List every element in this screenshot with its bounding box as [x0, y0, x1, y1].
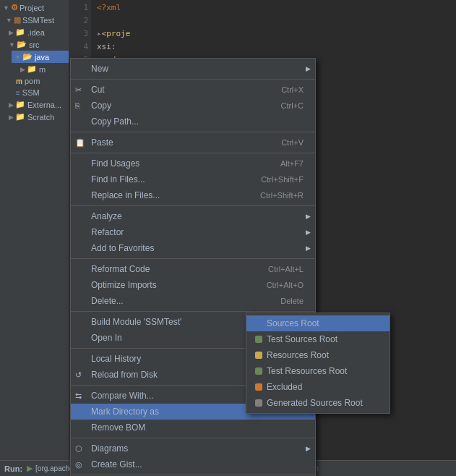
- diagrams-label: Diagrams: [91, 443, 128, 454]
- reformat-shortcut: Ctrl+Alt+L: [268, 265, 304, 273]
- refactor-label: Refactor: [91, 227, 124, 237]
- test-sources-root-dot: [255, 336, 262, 343]
- menu-item-refactor[interactable]: Refactor ▶: [71, 224, 315, 240]
- replace-in-files-shortcut: Ctrl+Shift+R: [260, 191, 304, 200]
- sidebar-item-java[interactable]: ▼ 📂 java: [12, 51, 69, 63]
- scratch-arrow: ▶: [9, 114, 14, 121]
- ssmtest-label: SSMTest: [22, 16, 54, 25]
- reformat-label: Reformat Code: [91, 264, 150, 274]
- paste-shortcut: Ctrl+V: [281, 138, 304, 147]
- optimize-shortcut: Ctrl+Alt+O: [267, 281, 304, 289]
- src-label: src: [29, 41, 40, 49]
- separator-4: [71, 205, 315, 206]
- test-resources-root-label: Test Resources Root: [267, 366, 347, 376]
- menu-item-add-favorites[interactable]: Add to Favorites ▶: [71, 240, 315, 256]
- menu-item-paste[interactable]: 📋 Paste Ctrl+V: [71, 135, 315, 150]
- submenu-item-test-sources-root[interactable]: Test Sources Root: [246, 331, 390, 347]
- sidebar-item-ssmtest[interactable]: ▼ ▦ SSMTest: [3, 14, 69, 26]
- test-sources-root-label: Test Sources Root: [267, 334, 337, 344]
- menu-item-find-usages[interactable]: Find Usages Alt+F7: [71, 156, 315, 171]
- sidebar-item-main[interactable]: ▶ 📁 m: [17, 63, 69, 75]
- sidebar-item-idea[interactable]: ▶ 📁 .idea: [6, 26, 69, 38]
- menu-item-remove-bom[interactable]: Remove BOM: [71, 420, 315, 435]
- find-in-files-shortcut: Ctrl+Shift+F: [261, 175, 304, 184]
- separator-1: [71, 79, 315, 80]
- analyze-label: Analyze: [91, 211, 122, 221]
- cut-shortcut: Ctrl+X: [281, 85, 304, 94]
- resources-root-label: Resources Root: [267, 350, 329, 360]
- remove-bom-label: Remove BOM: [91, 422, 145, 433]
- sources-root-label: Sources Root: [267, 318, 319, 328]
- menu-item-optimize[interactable]: Optimize Imports Ctrl+Alt+O: [71, 277, 315, 293]
- add-favorites-label: Add to Favorites: [91, 243, 154, 253]
- menu-item-copy-path[interactable]: Copy Path...: [71, 114, 315, 129]
- idea-arrow: ▶: [9, 29, 14, 36]
- resources-root-dot: [255, 352, 262, 359]
- submenu-item-sources-root[interactable]: Sources Root: [246, 315, 390, 331]
- file-icon-ssm: ≡: [16, 89, 20, 97]
- find-in-files-label: Find in Files...: [91, 174, 145, 184]
- menu-item-create-gist[interactable]: ◎ Create Gist...: [71, 456, 315, 472]
- separator-2: [71, 132, 315, 132]
- paste-label: Paste: [91, 137, 113, 148]
- menu-item-copy[interactable]: ⎘ Copy Ctrl+C: [71, 98, 315, 114]
- sidebar-item-externa[interactable]: ▶ 📁 Externa...: [6, 98, 69, 111]
- folder-icon-scratch: 📁: [15, 112, 25, 122]
- sidebar-project-header[interactable]: ▼ ⚙ Project: [0, 1, 69, 14]
- submenu-item-generated-sources-root[interactable]: Generated Sources Root: [246, 395, 390, 411]
- sidebar-item-scratch[interactable]: ▶ 📁 Scratch: [6, 111, 69, 123]
- run-label: Run:: [4, 464, 22, 473]
- folder-icon-src: 📂: [17, 40, 27, 49]
- menu-item-reformat[interactable]: Reformat Code Ctrl+Alt+L: [71, 261, 315, 277]
- generated-sources-root-dot: [255, 399, 262, 407]
- compare-label: Compare With...: [91, 391, 154, 401]
- sidebar-item-src[interactable]: ▼ 📂 src: [6, 38, 69, 51]
- menu-item-find-in-files[interactable]: Find in Files... Ctrl+Shift+F: [71, 171, 315, 187]
- build-module-label: Build Module 'SSMTest': [91, 317, 181, 327]
- java-label: java: [35, 53, 49, 61]
- submenu-item-resources-root[interactable]: Resources Root: [246, 347, 390, 363]
- main-arrow: ▶: [20, 66, 25, 73]
- menu-item-diagrams[interactable]: ⬡ Diagrams ▶: [71, 441, 315, 456]
- folder-icon-java: 📂: [22, 52, 33, 61]
- paste-icon: 📋: [75, 138, 85, 148]
- excluded-dot: [255, 383, 262, 391]
- submenu-mark-directory: Sources Root Test Sources Root Resources…: [246, 313, 390, 414]
- separator-6: [71, 311, 315, 312]
- src-arrow: ▼: [9, 41, 15, 48]
- menu-item-delete[interactable]: Delete... Delete: [71, 293, 315, 309]
- new-label: New: [91, 64, 108, 74]
- diagrams-icon: ⬡: [75, 444, 82, 454]
- folder-icon-idea: 📁: [15, 27, 25, 37]
- pom-label: pom: [25, 77, 40, 85]
- excluded-label: Excluded: [267, 382, 302, 392]
- ssm-label: SSM: [22, 88, 40, 97]
- separator-10: [71, 475, 315, 475]
- externa-arrow: ▶: [9, 101, 14, 109]
- menu-item-replace-in-files[interactable]: Replace in Files... Ctrl+Shift+R: [71, 187, 315, 203]
- cut-icon: ✂: [75, 85, 82, 95]
- optimize-label: Optimize Imports: [91, 280, 157, 290]
- copy-path-label: Copy Path...: [91, 116, 139, 127]
- separator-3: [71, 153, 315, 153]
- main-label: m: [39, 65, 46, 74]
- submenu-item-test-resources-root[interactable]: Test Resources Root: [246, 363, 390, 379]
- submenu-item-excluded[interactable]: Excluded: [246, 379, 390, 395]
- menu-item-analyze[interactable]: Analyze ▶: [71, 208, 315, 224]
- delete-label: Delete...: [91, 296, 124, 306]
- delete-shortcut: Delete: [280, 297, 304, 305]
- create-gist-label: Create Gist...: [91, 459, 142, 469]
- scratch-label: Scratch: [27, 113, 54, 122]
- sidebar-item-ssm[interactable]: ≡ SSM: [6, 87, 69, 98]
- separator-5: [71, 258, 315, 259]
- sidebar-item-pom[interactable]: m pom: [6, 75, 69, 87]
- copy-icon: ⎘: [75, 101, 80, 110]
- generated-sources-root-label: Generated Sources Root: [267, 398, 363, 408]
- sources-root-dot: [255, 320, 262, 327]
- reload-icon: ↺: [75, 370, 82, 380]
- menu-item-cut[interactable]: ✂ Cut Ctrl+X: [71, 82, 315, 98]
- analyze-arrow: ▶: [306, 213, 311, 220]
- project-label: Project: [20, 4, 44, 12]
- menu-item-new[interactable]: New ▶: [71, 61, 315, 77]
- reload-label: Reload from Disk: [91, 370, 158, 380]
